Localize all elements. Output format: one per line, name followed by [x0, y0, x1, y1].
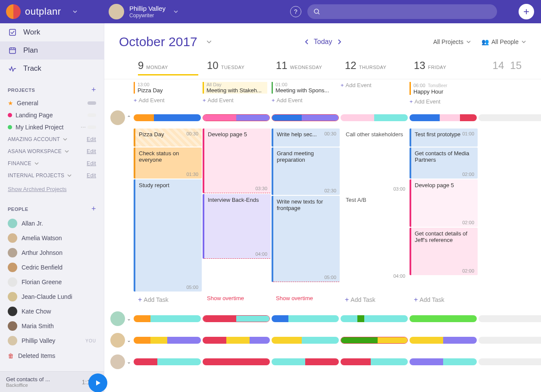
capacity-bar[interactable]: [203, 337, 270, 344]
capacity-bar[interactable]: [478, 358, 541, 365]
task-card[interactable]: Write new texts for frontpage05:00: [272, 196, 340, 282]
capacity-bar[interactable]: [478, 337, 541, 344]
capacity-bar[interactable]: [272, 337, 339, 344]
capacity-bar[interactable]: [134, 358, 201, 365]
capacity-bar[interactable]: [410, 358, 477, 365]
person-item-me[interactable]: Phillip ValleyYOU: [0, 333, 104, 348]
person-item[interactable]: Allan Jr.: [0, 216, 104, 231]
task-card[interactable]: Study report05:00: [134, 179, 202, 292]
capacity-bar[interactable]: [203, 358, 270, 365]
task-card[interactable]: Pizza Day00:30: [134, 129, 202, 147]
event[interactable]: 06:00TomsBeerHappy Hour: [410, 82, 474, 95]
person-item[interactable]: Jean-Claude Lundi: [0, 289, 104, 304]
nav-track[interactable]: Track: [0, 60, 104, 78]
day-header: 12THURSDAY: [341, 57, 410, 79]
person-item[interactable]: Arthur Johnson: [0, 245, 104, 260]
account-amazing[interactable]: AMAZING ACCOUNTEdit: [0, 133, 104, 145]
workspace-switcher-chevron-icon[interactable]: [72, 9, 78, 14]
account-asana[interactable]: ASANA WORKSPACEEdit: [0, 145, 104, 157]
nav-plan[interactable]: Plan: [0, 41, 104, 60]
edit-link[interactable]: Edit: [87, 136, 96, 142]
help-button[interactable]: ?: [290, 6, 301, 17]
prev-week-button[interactable]: [304, 39, 310, 45]
capacity-bar[interactable]: [272, 358, 339, 365]
task-card[interactable]: Develop page 503:30: [203, 129, 271, 193]
user-name: Phillip Valley: [129, 5, 166, 13]
task-card[interactable]: Interview Back-Ends04:00: [203, 194, 271, 259]
avatar: [109, 4, 124, 19]
add-event-button[interactable]: +Add Event: [410, 98, 474, 105]
deleted-items[interactable]: 🗑Deleted Items: [0, 348, 104, 364]
event[interactable]: 01:00Meeting with Spons...: [272, 82, 336, 94]
next-week-button[interactable]: [337, 39, 342, 45]
show-archived-link[interactable]: Show Archived Projects: [0, 182, 104, 197]
capacity-bar[interactable]: [134, 315, 201, 322]
chevron-down-icon[interactable]: [173, 9, 178, 14]
filter-projects[interactable]: All Projects: [433, 38, 471, 45]
task-card[interactable]: Call other stakeholders03:00: [341, 129, 409, 193]
capacity-bar[interactable]: [341, 337, 408, 344]
add-event-button[interactable]: +Add Event: [203, 97, 267, 103]
task-card[interactable]: Check status on everyone01:30: [134, 147, 202, 179]
search-input[interactable]: [307, 4, 497, 19]
account-internal[interactable]: INTERNAL PROJECTSEdit: [0, 169, 104, 182]
add-task-button[interactable]: +Add Task: [341, 292, 409, 308]
nav-work[interactable]: Work: [0, 23, 104, 41]
capacity-bar[interactable]: [134, 337, 201, 344]
user-chip[interactable]: Phillip Valley Copywriter: [109, 4, 178, 19]
capacity-bar[interactable]: [134, 114, 201, 121]
expand-person-button[interactable]: ⌄: [125, 359, 133, 365]
capacity-bar[interactable]: [341, 315, 408, 322]
expand-person-button[interactable]: ⌄: [125, 316, 133, 322]
task-card[interactable]: Develop page 502:00: [410, 179, 478, 227]
person-item[interactable]: Cedric Benfield: [0, 260, 104, 275]
play-button[interactable]: [88, 373, 107, 392]
task-card[interactable]: Test A/B04:00: [341, 194, 409, 280]
edit-link[interactable]: Edit: [87, 172, 96, 179]
expand-person-button[interactable]: ⌄: [125, 337, 133, 343]
add-button[interactable]: +: [519, 4, 534, 19]
task-card[interactable]: Grand meeting preparation02:30: [272, 147, 340, 195]
capacity-bar[interactable]: [272, 114, 339, 121]
project-item-landing[interactable]: Landing Page: [0, 109, 104, 121]
add-person-button[interactable]: +: [91, 204, 96, 213]
filter-people[interactable]: 👥All People: [482, 38, 526, 45]
task-card[interactable]: Write help sec...00:30: [272, 129, 340, 147]
add-event-button[interactable]: +Add Event: [134, 97, 198, 103]
capacity-bar[interactable]: [341, 358, 408, 365]
capacity-bar[interactable]: [203, 114, 270, 121]
person-item[interactable]: Florian Greene: [0, 275, 104, 289]
capacity-bar[interactable]: [478, 114, 541, 121]
edit-link[interactable]: Edit: [87, 160, 96, 166]
show-overtime-button[interactable]: Show overtime: [203, 292, 271, 305]
add-event-button[interactable]: +Add Event: [341, 82, 405, 88]
month-picker-chevron-icon[interactable]: [206, 39, 212, 45]
task-card[interactable]: Test first prototype01:00: [410, 129, 478, 147]
capacity-bar[interactable]: [410, 337, 477, 344]
project-item-linked[interactable]: My Linked Project ⋯: [0, 121, 104, 133]
project-item-general[interactable]: ★ General: [0, 97, 104, 109]
add-task-button[interactable]: +Add Task: [410, 292, 478, 308]
you-badge: YOU: [85, 339, 96, 343]
show-overtime-button[interactable]: Show overtime: [272, 292, 340, 305]
add-event-button[interactable]: +Add Event: [272, 97, 336, 103]
capacity-bar[interactable]: [410, 114, 477, 121]
person-item[interactable]: Kate Chow: [0, 304, 104, 319]
add-task-button[interactable]: +Add Task: [134, 292, 202, 308]
task-card[interactable]: Get contacts of Media Partners02:00: [410, 147, 478, 179]
capacity-bar[interactable]: [478, 315, 541, 322]
capacity-bar[interactable]: [341, 114, 408, 121]
person-item[interactable]: Amelia Watson: [0, 231, 104, 245]
task-card[interactable]: Get contact details of Jeff's reference0…: [410, 228, 478, 275]
event[interactable]: 13:00Pizza Day: [134, 82, 198, 94]
add-project-button[interactable]: +: [91, 85, 96, 94]
capacity-bar[interactable]: [203, 315, 270, 322]
event[interactable]: All DayMeeting with Stakeh...: [203, 82, 267, 94]
edit-link[interactable]: Edit: [87, 148, 96, 154]
collapse-person-button[interactable]: ⌃: [125, 115, 133, 121]
person-item[interactable]: Maria Smith: [0, 319, 104, 333]
capacity-bar[interactable]: [410, 315, 477, 322]
account-finance[interactable]: FINANCEEdit: [0, 157, 104, 169]
capacity-bar[interactable]: [272, 315, 339, 322]
today-button[interactable]: Today: [314, 38, 332, 46]
